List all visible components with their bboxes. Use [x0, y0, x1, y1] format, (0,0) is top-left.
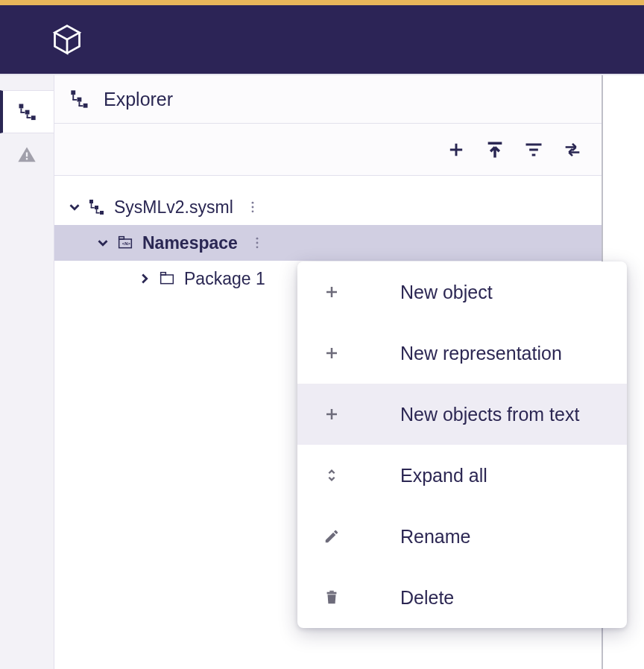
tree-node-label: SysMLv2.sysml [114, 197, 233, 218]
sidebar-tab-explorer[interactable] [0, 90, 54, 133]
svg-point-24 [251, 202, 253, 204]
add-button[interactable] [445, 139, 467, 161]
menu-item-new-object[interactable]: New object [297, 261, 627, 323]
explorer-title: Explorer [104, 89, 173, 110]
svg-point-25 [251, 206, 253, 209]
svg-rect-2 [20, 112, 25, 113]
menu-item-rename[interactable]: Rename [297, 506, 627, 567]
model-file-icon [87, 197, 107, 217]
tree-outline-icon [69, 89, 90, 110]
menu-item-label: New object [400, 282, 493, 303]
svg-point-31 [256, 242, 258, 244]
node-menu-button[interactable] [244, 198, 262, 216]
menu-item-label: New objects from text [400, 404, 579, 425]
chevron-right-icon[interactable] [135, 269, 154, 288]
svg-rect-20 [95, 206, 98, 209]
svg-point-32 [256, 246, 258, 248]
menu-item-new-objects-from-text[interactable]: New objects from text [297, 384, 627, 445]
tree-node-label: Namespace [142, 233, 238, 253]
svg-rect-11 [72, 99, 77, 101]
menu-item-delete[interactable]: Delete [297, 567, 627, 628]
explorer-toolbar [54, 124, 602, 176]
menu-item-expand-all[interactable]: Expand all [297, 445, 627, 506]
svg-rect-14 [78, 105, 83, 107]
tree-node-root[interactable]: SysMLv2.sysml [54, 189, 602, 225]
svg-rect-7 [26, 153, 28, 157]
svg-rect-17 [89, 200, 93, 203]
app-header [0, 5, 644, 75]
menu-item-label: Delete [400, 587, 454, 609]
explorer-header: Explorer [54, 75, 602, 124]
svg-rect-16 [488, 142, 502, 145]
svg-rect-22 [96, 212, 100, 214]
pencil-icon [321, 526, 342, 547]
svg-rect-34 [161, 273, 166, 275]
context-menu: New object New representation New object… [297, 261, 627, 628]
svg-point-30 [256, 238, 258, 240]
sync-button[interactable] [561, 139, 584, 161]
cube-logo-icon [51, 23, 83, 56]
menu-item-label: Rename [400, 526, 471, 548]
namespace-icon: <N> [116, 233, 135, 253]
chevron-down-icon[interactable] [93, 233, 113, 253]
upload-button[interactable] [484, 139, 506, 161]
accent-bar [0, 0, 644, 5]
plus-icon [321, 404, 342, 425]
svg-rect-23 [100, 211, 104, 215]
menu-item-label: New representation [400, 343, 562, 364]
svg-rect-0 [19, 104, 24, 109]
package-icon [157, 269, 177, 288]
expand-icon [321, 465, 342, 486]
plus-icon [321, 343, 342, 364]
svg-rect-28 [119, 237, 124, 239]
node-menu-button[interactable] [248, 234, 266, 252]
tree-node-namespace[interactable]: <N> Namespace [54, 225, 602, 261]
svg-rect-33 [161, 275, 174, 284]
svg-rect-12 [78, 98, 82, 102]
explorer-panel: Explorer [54, 75, 603, 669]
svg-rect-5 [27, 117, 31, 118]
tree-node-label: Package 1 [184, 269, 265, 289]
svg-rect-9 [71, 90, 75, 95]
view-sidebar [0, 75, 54, 669]
svg-point-26 [251, 210, 253, 212]
menu-item-new-representation[interactable]: New representation [297, 323, 627, 384]
svg-rect-6 [31, 115, 36, 120]
svg-rect-15 [83, 104, 88, 108]
svg-rect-36 [329, 591, 334, 592]
filter-button[interactable] [523, 139, 545, 161]
sidebar-tab-warnings[interactable] [0, 133, 54, 177]
trash-icon [321, 587, 342, 608]
svg-text:<N>: <N> [122, 241, 131, 246]
svg-rect-8 [26, 158, 28, 159]
svg-rect-3 [25, 110, 30, 115]
chevron-down-icon[interactable] [65, 197, 84, 217]
svg-rect-19 [91, 207, 95, 209]
plus-icon [321, 282, 342, 302]
menu-item-label: Expand all [400, 465, 487, 486]
main-area: Explorer [0, 75, 644, 669]
svg-rect-35 [327, 592, 337, 595]
